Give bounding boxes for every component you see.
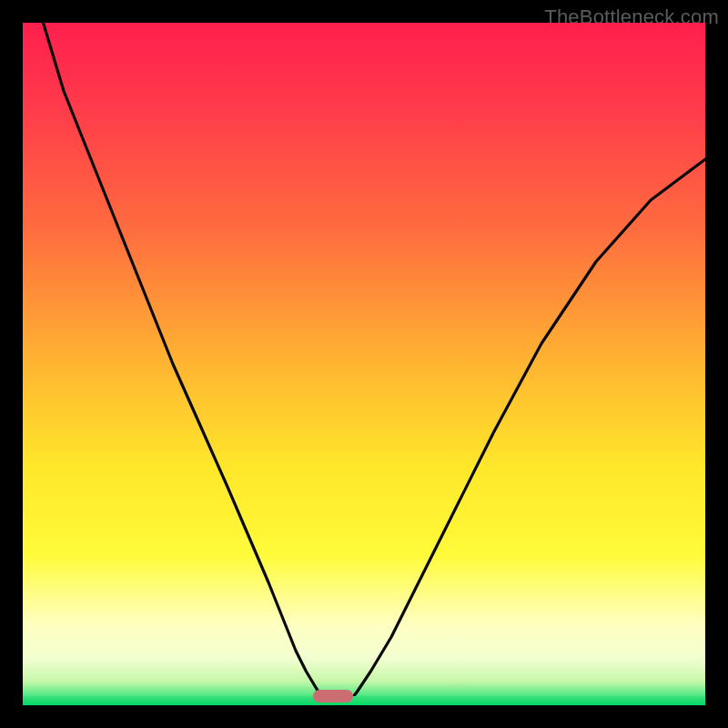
canvas: TheBottleneck.com: [0, 0, 728, 728]
bottleneck-curve: [23, 23, 705, 705]
plot-area: [23, 23, 705, 705]
bottleneck-marker: [313, 690, 353, 703]
green-baseline: [23, 696, 705, 705]
